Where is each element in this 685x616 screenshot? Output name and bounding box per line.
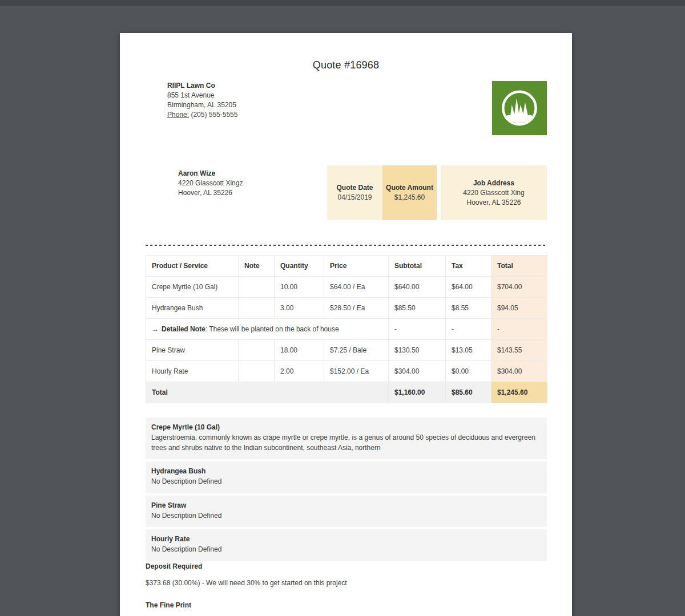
col-header-subtotal: Subtotal [389, 256, 446, 277]
company-address-line2: Birmingham, AL 35205 [167, 100, 237, 110]
cell-quantity: 2.00 [275, 361, 324, 382]
job-address-line2: Hoover, AL 35226 [441, 198, 547, 208]
cell-price: $28.50 / Ea [324, 298, 389, 319]
col-header-product: Product / Service [146, 256, 239, 277]
cell-subtotal: $130.50 [389, 340, 446, 361]
cell-quantity: 10.00 [275, 277, 324, 298]
total-row-grand-total: $1,245.60 [491, 382, 547, 403]
cell-total: $704.00 [491, 277, 547, 298]
detailed-note-text: : These will be planted on the back of h… [206, 325, 339, 333]
cell-total: $304.00 [491, 361, 547, 382]
cell-product: Hourly Rate [146, 361, 239, 382]
description-block: Hourly Rate No Description Defined [146, 529, 547, 561]
description-title: Crepe Myrtle (10 Gal) [151, 423, 541, 432]
description-text: No Description Defined [151, 545, 541, 555]
total-row-subtotal: $1,160.00 [389, 382, 446, 403]
cell-product: Crepe Myrtle (10 Gal) [146, 277, 239, 298]
cell-tax: - [446, 319, 491, 340]
cell-note [239, 298, 275, 319]
customer-address-line1: 4220 Glasscott Xingz [178, 179, 243, 188]
detailed-note-row: →Detailed Note: These will be planted on… [146, 319, 547, 340]
cell-price: $7.25 / Bale [324, 340, 389, 361]
cell-product: Hydrangea Bush [146, 298, 239, 319]
table-row: Hydrangea Bush 3.00 $28.50 / Ea $85.50 $… [146, 298, 547, 319]
quote-document-page: Quote #16968 RIIPL Lawn Co 855 1st Avenu… [120, 33, 572, 616]
cell-note [239, 340, 275, 361]
cell-total: $143.55 [491, 340, 547, 361]
table-header-row: Product / Service Note Quantity Price Su… [146, 256, 547, 277]
table-total-row: Total $1,160.00 $85.60 $1,245.60 [146, 382, 547, 403]
deposit-required-text: $373.68 (30.00%) - We will need 30% to g… [146, 579, 347, 587]
customer-info-block: Aaron Wize 4220 Glasscott Xingz Hoover, … [178, 169, 243, 198]
cell-total: $94.05 [491, 298, 547, 319]
product-descriptions-section: Crepe Myrtle (10 Gal) Lagerstroemia, com… [146, 418, 547, 564]
description-title: Pine Straw [151, 501, 541, 510]
line-items-table: Product / Service Note Quantity Price Su… [146, 255, 547, 403]
col-header-quantity: Quantity [275, 256, 324, 277]
phone-label: Phone: [167, 111, 189, 119]
table-row: Pine Straw 18.00 $7.25 / Bale $130.50 $1… [146, 340, 547, 361]
quote-amount-box: Quote Amount $1,245.60 [382, 165, 437, 220]
cell-price: $152.00 / Ea [324, 361, 389, 382]
description-text: No Description Defined [151, 511, 541, 521]
grass-logo-icon [492, 81, 547, 135]
job-address-line1: 4220 Glasscott Xing [441, 188, 547, 198]
customer-name: Aaron Wize [178, 169, 243, 179]
quote-date-box: Quote Date 04/15/2019 [327, 165, 382, 220]
table-row: Hourly Rate 2.00 $152.00 / Ea $304.00 $0… [146, 361, 547, 382]
description-text: No Description Defined [151, 477, 541, 487]
cell-tax: $0.00 [446, 361, 491, 382]
company-info-block: RIIPL Lawn Co 855 1st Avenue Birmingham,… [167, 81, 237, 120]
cell-subtotal: $640.00 [389, 277, 446, 298]
table-row: Crepe Myrtle (10 Gal) 10.00 $64.00 / Ea … [146, 277, 547, 298]
cell-total: - [491, 319, 547, 340]
cell-note [239, 277, 275, 298]
cell-product: Pine Straw [146, 340, 239, 361]
quote-date-value: 04/15/2019 [327, 193, 382, 202]
job-address-box: Job Address 4220 Glasscott Xing Hoover, … [441, 165, 547, 220]
window-top-edge [0, 0, 685, 6]
fine-print-heading: The Fine Print [146, 601, 191, 609]
quote-date-label: Quote Date [327, 183, 382, 193]
cell-subtotal: $304.00 [389, 361, 446, 382]
cell-tax: $8.55 [446, 298, 491, 319]
customer-address-line2: Hoover, AL 35226 [178, 188, 243, 198]
col-header-total: Total [491, 256, 547, 277]
arrow-right-icon: → [152, 325, 159, 333]
detailed-note-cell: →Detailed Note: These will be planted on… [146, 319, 389, 340]
box-divider [437, 165, 441, 220]
company-address-line1: 855 1st Avenue [167, 91, 237, 100]
cell-price: $64.00 / Ea [324, 277, 389, 298]
cell-subtotal: $85.50 [389, 298, 446, 319]
deposit-required-heading: Deposit Required [146, 562, 202, 570]
col-header-price: Price [324, 256, 389, 277]
description-block: Crepe Myrtle (10 Gal) Lagerstroemia, com… [146, 418, 547, 459]
description-title: Hydrangea Bush [151, 467, 541, 476]
cell-quantity: 3.00 [275, 298, 324, 319]
description-text: Lagerstroemia, commonly known as crape m… [151, 433, 541, 453]
detailed-note-label: Detailed Note [162, 325, 206, 333]
job-address-label: Job Address [441, 179, 547, 188]
col-header-note: Note [239, 256, 275, 277]
page-title: Quote #16968 [120, 59, 572, 71]
quote-summary-boxes: Quote Date 04/15/2019 Quote Amount $1,24… [327, 165, 547, 220]
company-name: RIIPL Lawn Co [167, 81, 237, 91]
company-phone: (205) 555-5555 [191, 111, 237, 119]
total-row-tax: $85.60 [446, 382, 491, 403]
description-title: Hourly Rate [151, 534, 541, 544]
col-header-tax: Tax [446, 256, 491, 277]
description-block: Pine Straw No Description Defined [146, 496, 547, 528]
cell-quantity: 18.00 [275, 340, 324, 361]
cell-note [239, 361, 275, 382]
quote-amount-value: $1,245.60 [382, 193, 437, 202]
quote-amount-label: Quote Amount [382, 183, 437, 193]
cell-tax: $13.05 [446, 340, 491, 361]
total-row-label: Total [146, 382, 389, 403]
cell-tax: $64.00 [446, 277, 491, 298]
description-block: Hydrangea Bush No Description Defined [146, 461, 547, 493]
cell-subtotal: - [389, 319, 446, 340]
dashed-separator [146, 245, 547, 246]
company-phone-line: Phone: (205) 555-5555 [167, 110, 237, 120]
